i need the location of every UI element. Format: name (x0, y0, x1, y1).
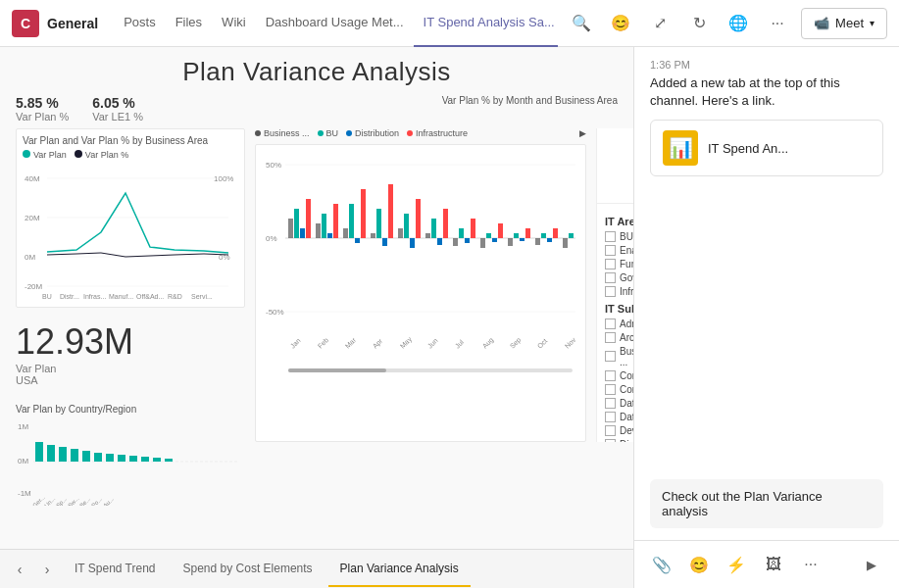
filter-cb-core-infr[interactable] (605, 384, 616, 395)
filter-cb-enable[interactable] (605, 245, 616, 256)
filter-cb-infrastr[interactable] (605, 286, 616, 297)
svg-text:-20M: -20M (25, 282, 43, 291)
filter-distributi[interactable]: Distributi... (605, 439, 633, 442)
filter-cb-data-cen[interactable] (605, 398, 616, 409)
svg-rect-66 (425, 233, 430, 238)
filter-core-infr[interactable]: Core Infr... (605, 384, 633, 395)
filters-toggle-button[interactable]: ⊟ Filters ❯ (597, 128, 633, 204)
filter-cb-architect[interactable] (605, 332, 616, 343)
more-options-icon[interactable]: ··· (795, 549, 826, 580)
filter-develop[interactable]: Develop... (605, 425, 633, 436)
emoji-icon[interactable]: 😊 (605, 8, 636, 39)
refresh-icon[interactable]: ↻ (683, 8, 715, 39)
filter-cb-core[interactable] (605, 370, 616, 381)
attachment-icon[interactable]: 📎 (646, 549, 677, 580)
chat-input-bar: 📎 😊 ⚡ 🖼 ··· ▶ (634, 540, 899, 588)
tab-files[interactable]: Files (166, 0, 212, 47)
legend-business: Business ... (255, 128, 310, 138)
image-icon[interactable]: 🖼 (758, 549, 789, 580)
filter-section: IT Area BU Su... Enable... Functi... Gov… (597, 204, 633, 442)
svg-rect-75 (486, 233, 491, 238)
svg-text:-50%: -50% (266, 308, 284, 317)
chat-messages: 1:36 PM Added a new tab at the top of th… (634, 47, 899, 479)
svg-text:Servi...: Servi... (191, 293, 213, 300)
svg-rect-70 (453, 238, 458, 246)
emoji-input-icon[interactable]: 😊 (683, 549, 715, 580)
filter-cb-develop[interactable] (605, 425, 616, 436)
svg-rect-67 (431, 219, 436, 238)
search-icon[interactable]: 🔍 (566, 8, 597, 39)
filter-data-cen[interactable]: Data Cen... (605, 398, 633, 409)
filter-cb-distributi[interactable] (605, 439, 616, 442)
filter-cb-administr[interactable] (605, 318, 616, 329)
svg-text:100%: 100% (214, 174, 233, 183)
metric-var-plan-pct: 5.85 % Var Plan % (16, 95, 69, 122)
svg-rect-82 (535, 238, 540, 245)
svg-rect-86 (563, 238, 568, 248)
legend-bu: BU (318, 128, 339, 138)
tab-wiki[interactable]: Wiki (212, 0, 256, 47)
filter-enable[interactable]: Enable... (605, 245, 633, 256)
lightning-icon[interactable]: ⚡ (721, 549, 752, 580)
chat-timestamp: 1:36 PM (650, 59, 883, 71)
waterfall-chart-svg: 50% 0% -50% (264, 153, 577, 388)
filter-core[interactable]: Core (605, 370, 633, 381)
filter-govern[interactable]: Govern... (605, 272, 633, 283)
it-sub-area-title: IT Sub Area (605, 303, 633, 315)
chat-card[interactable]: 📊 IT Spend An... (650, 120, 883, 176)
card-icon: 📊 (663, 130, 698, 166)
globe-icon[interactable]: 🌐 (723, 8, 754, 39)
tab-prev-button[interactable]: ‹ (8, 558, 31, 581)
tab-dashboard[interactable]: Dashboard Usage Met... (256, 0, 414, 47)
svg-text:0%: 0% (266, 234, 277, 243)
filter-functi[interactable]: Functi... (605, 259, 633, 270)
svg-rect-76 (492, 238, 497, 242)
legend-nav[interactable]: ▶ (579, 128, 586, 138)
expand-icon[interactable]: ⤢ (644, 8, 675, 39)
filter-administr[interactable]: Administr... (605, 318, 633, 329)
filter-cb-business[interactable] (605, 351, 616, 362)
svg-text:20M: 20M (25, 214, 40, 222)
svg-text:0M: 0M (25, 253, 35, 262)
svg-rect-62 (398, 228, 403, 238)
camera-icon: 📹 (814, 16, 829, 30)
filter-business[interactable]: Business ... (605, 346, 633, 368)
filter-cb-bu-su[interactable] (605, 231, 616, 242)
tab-posts[interactable]: Posts (114, 0, 166, 47)
tab-next-button[interactable]: › (35, 558, 59, 581)
tab-spend-analysis[interactable]: IT Spend Analysis Sa... (414, 0, 559, 47)
svg-rect-84 (547, 238, 552, 242)
filter-cb-data-ma[interactable] (605, 412, 616, 422)
big-number-box: 12.93M Var Plan USA (16, 314, 245, 394)
send-button[interactable]: ▶ (856, 549, 887, 580)
svg-rect-61 (388, 184, 393, 238)
filter-data-ma[interactable]: Data Ma... (605, 412, 633, 422)
metrics-row: 5.85 % Var Plan % 6.05 % Var LE1 % Var P… (16, 95, 618, 122)
right-charts: Business ... BU Distribution Infrastruct… (255, 128, 586, 442)
filter-architect[interactable]: Architect... (605, 332, 633, 343)
svg-text:0M: 0M (18, 457, 28, 466)
svg-rect-79 (514, 233, 519, 238)
line-chart-label: Var Plan and Var Plan % by Business Area (23, 135, 238, 146)
chat-panel: 1:36 PM Added a new tab at the top of th… (634, 47, 899, 588)
more-icon[interactable]: ··· (762, 8, 793, 39)
filter-cb-govern[interactable] (605, 272, 616, 283)
svg-rect-53 (333, 204, 338, 238)
funnel-icon: ⊟ (632, 136, 633, 151)
chat-message-text: Added a new tab at the top of this chann… (650, 74, 883, 110)
svg-rect-73 (471, 219, 475, 238)
chat-suggestion-text: Check out the Plan Variance analysis (662, 489, 872, 518)
meet-button[interactable]: 📹 Meet ▾ (801, 8, 887, 39)
report-tab-plan-variance[interactable]: Plan Variance Analysis (328, 552, 471, 587)
filter-infrastr[interactable]: Infrastr... (605, 286, 633, 297)
filter-cb-functi[interactable] (605, 259, 616, 270)
bar-chart-label: Var Plan % by Month and Business Area (442, 95, 618, 122)
svg-rect-24 (71, 449, 78, 462)
filter-bu-su[interactable]: BU Su... (605, 231, 633, 242)
report-tab-cost-elements[interactable]: Spend by Cost Elements (172, 552, 325, 587)
svg-text:Infras...: Infras... (83, 293, 106, 300)
svg-text:BU: BU (42, 293, 52, 300)
filters-panel: ⊟ Filters ❯ IT Area BU Su... Enable... F… (596, 128, 633, 442)
svg-rect-25 (82, 451, 90, 462)
report-tab-spend-trend[interactable]: IT Spend Trend (63, 552, 168, 587)
